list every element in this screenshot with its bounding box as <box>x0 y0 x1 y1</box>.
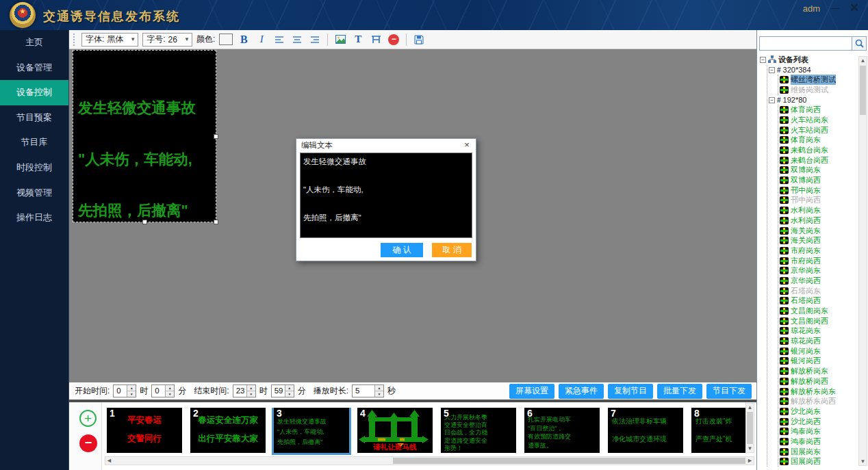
spinner-down-icon[interactable]: ▼ <box>247 391 255 397</box>
device-item-琼花岗西[interactable]: 琼花岗西 <box>780 336 857 346</box>
device-item-文昌阁岗东[interactable]: 文昌阁岗东 <box>780 306 857 316</box>
align-center-button[interactable] <box>290 33 304 47</box>
spinner-down-icon[interactable]: ▼ <box>127 391 136 397</box>
device-item-解放桥东岗东[interactable]: 解放桥东岗东 <box>780 387 857 397</box>
dialog-textarea[interactable]: 发生轻微交通事故 "人未伤，车能动, 先拍照，后撤离" <box>300 153 472 238</box>
color-swatch[interactable] <box>219 34 233 45</box>
device-item-京华岗东[interactable]: 京华岗东 <box>780 265 857 276</box>
tree-group-header-192*80[interactable]: −#192*80 <box>769 95 857 105</box>
scroll-left-icon[interactable]: ◄ <box>105 457 113 465</box>
spinner-down-icon[interactable]: ▼ <box>166 391 174 397</box>
device-item-双博岗东[interactable]: 双博岗东 <box>780 166 857 176</box>
device-item-解放桥岗东[interactable]: 解放桥岗东 <box>780 366 857 376</box>
resize-handle-bottom[interactable] <box>142 220 147 224</box>
scrollbar-thumb[interactable] <box>393 458 745 464</box>
expander-icon[interactable]: − <box>769 97 775 103</box>
device-item-文昌阁岗西[interactable]: 文昌阁岗西 <box>780 316 857 326</box>
device-item-双博岗西[interactable]: 双博岗西 <box>780 175 857 185</box>
device-panel-scrollbar[interactable]: ▲ ▼ <box>858 56 867 466</box>
sidebar-item-节目预案[interactable]: 节目预案 <box>0 105 68 131</box>
device-item-石塔岗东[interactable]: 石塔岗东 <box>780 286 857 296</box>
add-program-button[interactable]: + <box>79 410 97 427</box>
device-item-国展岗西[interactable]: 国展岗西 <box>780 457 857 467</box>
start-minute-spinner[interactable]: 0 ▲▼ <box>151 384 175 397</box>
device-item-鸿泰岗东[interactable]: 鸿泰岗东 <box>780 426 857 436</box>
device-item-维扬岗测试[interactable]: 维扬岗测试 <box>780 85 857 95</box>
device-search-input[interactable] <box>759 36 852 51</box>
device-item-水利岗西[interactable]: 水利岗西 <box>780 216 857 226</box>
device-item-沙北岗西[interactable]: 沙北岗西 <box>780 417 857 427</box>
playlist-item-3[interactable]: 3发生轻微交通事故"人未伤，车能动,先拍照，后撤离" <box>274 408 349 453</box>
duration-spinner[interactable]: 5 ▲▼ <box>352 384 384 397</box>
playlist-horizontal-scrollbar[interactable]: ◄ ► <box>105 456 754 465</box>
device-item-市府岗东[interactable]: 市府岗东 <box>780 246 857 256</box>
spinner-up-icon[interactable]: ▲ <box>166 385 174 391</box>
close-button[interactable]: ✕ <box>846 1 863 15</box>
scrollbar-thumb[interactable] <box>860 66 866 115</box>
spinner-up-icon[interactable]: ▲ <box>375 385 383 391</box>
font-select[interactable]: 字体: 黑体 ▼ <box>81 33 138 47</box>
action-button-批量下发[interactable]: 批量下发 <box>657 384 702 399</box>
scrollbar-thumb[interactable] <box>747 412 753 444</box>
device-item-鸿泰岗西[interactable]: 鸿泰岗西 <box>780 436 857 447</box>
bold-button[interactable]: B <box>237 33 251 47</box>
expander-icon[interactable]: − <box>760 57 766 63</box>
chevron-down-icon[interactable]: ▼ <box>130 36 136 42</box>
insert-image-button[interactable] <box>333 33 347 47</box>
spinner-up-icon[interactable]: ▲ <box>127 385 136 391</box>
italic-button[interactable]: I <box>255 33 268 47</box>
size-select[interactable]: 字号: 26 ▼ <box>142 33 192 47</box>
device-item-石塔岗西[interactable]: 石塔岗西 <box>780 296 857 306</box>
playlist-item-2[interactable]: 2春运安全连万家出行平安靠大家 <box>190 408 266 453</box>
tree-group-header-320*384[interactable]: −#320*384 <box>769 65 857 75</box>
sidebar-item-主页[interactable]: 主页 <box>0 30 68 55</box>
align-right-button[interactable] <box>308 33 322 47</box>
device-item-邗中岗西[interactable]: 邗中岗西 <box>780 196 857 206</box>
device-item-国展岗东[interactable]: 国展岗东 <box>780 447 857 457</box>
action-button-节目下发[interactable]: 节目下发 <box>706 384 752 399</box>
scroll-up-icon[interactable]: ▲ <box>859 57 867 64</box>
sidebar-item-设备控制[interactable]: 设备控制 <box>0 80 68 105</box>
device-item-火车站岗西[interactable]: 火车站岗西 <box>780 125 857 135</box>
sidebar-item-设备管理[interactable]: 设备管理 <box>0 55 68 81</box>
playlist-item-6[interactable]: 6扎实开展电动车"百日整治"，有效预防道路交通事故。 <box>524 408 600 453</box>
cancel-button[interactable]: 取 消 <box>432 243 472 257</box>
chevron-down-icon[interactable]: ▼ <box>184 36 190 42</box>
scroll-right-icon[interactable]: ► <box>746 457 754 465</box>
scroll-up-icon[interactable]: ▲ <box>746 404 754 411</box>
search-button[interactable] <box>852 36 867 51</box>
playlist-item-8[interactable]: 8打击改装"炸严查严处"机 <box>691 408 745 453</box>
device-item-解放桥东岗西[interactable]: 解放桥东岗西 <box>780 396 857 406</box>
playlist-vertical-scrollbar[interactable]: ▲ ▼ <box>745 403 754 453</box>
sidebar-item-时段控制[interactable]: 时段控制 <box>0 155 68 181</box>
save-button[interactable] <box>412 33 426 47</box>
device-item-来鹤台岗东[interactable]: 来鹤台岗东 <box>780 145 857 155</box>
device-item-京华岗西[interactable]: 京华岗西 <box>780 276 857 286</box>
device-item-体育岗西[interactable]: 体育岗西 <box>780 105 857 115</box>
align-left-button[interactable] <box>272 33 286 47</box>
sidebar-item-操作日志[interactable]: 操作日志 <box>0 205 68 231</box>
end-minute-spinner[interactable]: 59 ▲▼ <box>271 384 294 397</box>
device-item-银河岗东[interactable]: 银河岗东 <box>780 346 857 356</box>
device-item-海关岗东[interactable]: 海关岗东 <box>780 226 857 236</box>
playlist-item-4[interactable]: 4请礼让斑马线 <box>357 408 433 453</box>
scroll-down-icon[interactable]: ▼ <box>859 458 867 465</box>
tree-root[interactable]: − 设备列表 <box>760 55 857 65</box>
device-item-市府岗西[interactable]: 市府岗西 <box>780 256 857 266</box>
resize-handle-right[interactable] <box>214 134 218 139</box>
action-button-紧急事件[interactable]: 紧急事件 <box>559 384 604 399</box>
led-preview[interactable]: 发生轻微交通事故"人未伤，车能动,先拍照，后撤离" <box>73 50 216 222</box>
device-item-螺丝湾桥测试[interactable]: 螺丝湾桥测试 <box>780 75 857 85</box>
sidebar-item-节目库[interactable]: 节目库 <box>0 130 68 155</box>
spinner-up-icon[interactable]: ▲ <box>285 385 294 391</box>
remove-program-button[interactable]: − <box>79 434 97 452</box>
frame-button[interactable] <box>369 33 383 47</box>
playlist-item-1[interactable]: 1平安春运交警同行 <box>107 408 182 453</box>
scroll-down-icon[interactable]: ▼ <box>746 445 754 452</box>
device-item-银河岗西[interactable]: 银河岗西 <box>780 356 857 367</box>
start-hour-spinner[interactable]: 0 ▲▼ <box>113 384 136 397</box>
device-item-解放桥岗西[interactable]: 解放桥岗西 <box>780 376 857 387</box>
spinner-down-icon[interactable]: ▼ <box>375 391 383 397</box>
expander-icon[interactable]: − <box>769 67 775 73</box>
device-item-邗中岗东[interactable]: 邗中岗东 <box>780 185 857 196</box>
